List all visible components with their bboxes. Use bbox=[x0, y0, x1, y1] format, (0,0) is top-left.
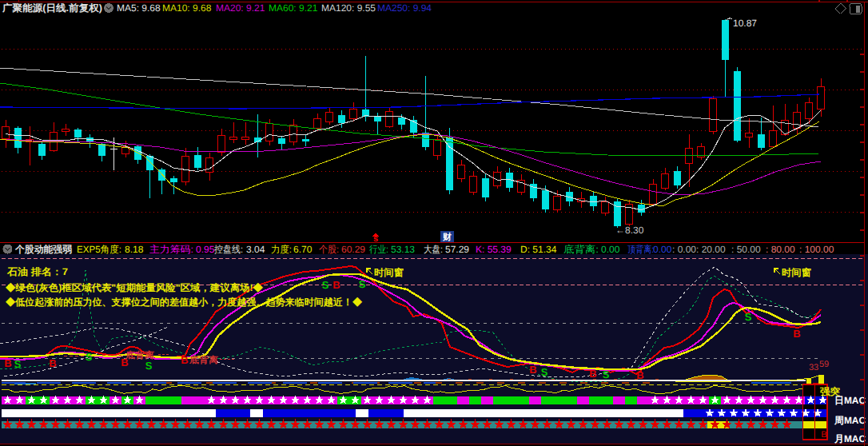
svg-text:大盘:: 大盘: bbox=[424, 244, 443, 255]
svg-text:0.00: 0.00 bbox=[653, 244, 672, 255]
svg-text:←8.30: ←8.30 bbox=[615, 225, 644, 236]
svg-text:: 50.00: : 50.00 bbox=[731, 244, 761, 255]
svg-text:S: S bbox=[603, 368, 610, 380]
svg-text:MA250: 9.94: MA250: 9.94 bbox=[377, 2, 432, 14]
svg-text:控盘线:: 控盘线: bbox=[214, 244, 243, 255]
svg-text:59: 59 bbox=[819, 360, 829, 369]
svg-text:主力筹码:: 主力筹码: bbox=[149, 244, 193, 255]
svg-text:石油 排名：7: 石油 排名：7 bbox=[6, 266, 68, 277]
svg-text:S: S bbox=[145, 360, 153, 372]
svg-text:顶背离:: 顶背离: bbox=[627, 244, 654, 255]
svg-text:B: B bbox=[332, 279, 340, 291]
svg-text:力度:: 力度: bbox=[271, 244, 292, 255]
svg-text:MA60: 9.21: MA60: 9.21 bbox=[269, 2, 318, 14]
svg-text:S: S bbox=[86, 351, 93, 363]
svg-text:: 0.00: : 0.00 bbox=[672, 244, 696, 255]
svg-text:D: 51.34: D: 51.34 bbox=[520, 244, 557, 255]
svg-text:EXP5角度:: EXP5角度: bbox=[77, 244, 121, 255]
svg-text:底背离:: 底背离: bbox=[563, 244, 599, 255]
svg-text:MA20: 9.21: MA20: 9.21 bbox=[216, 2, 265, 14]
svg-text:: 100.00: : 100.00 bbox=[799, 244, 834, 255]
svg-text:月MAC: 月MAC bbox=[834, 433, 866, 444]
svg-text:MA10: 9.68: MA10: 9.68 bbox=[162, 2, 212, 14]
svg-text:个股:: 个股: bbox=[319, 244, 339, 255]
svg-text:底背离: 底背离 bbox=[189, 355, 218, 365]
svg-text:8.18: 8.18 bbox=[125, 244, 144, 255]
svg-text:行业:: 行业: bbox=[369, 244, 388, 255]
svg-text:33: 33 bbox=[809, 363, 818, 372]
svg-text:B: B bbox=[49, 357, 56, 369]
svg-text:广聚能源(日线.前复权): 广聚能源(日线.前复权) bbox=[2, 2, 102, 14]
svg-text:: 20.00: : 20.00 bbox=[696, 244, 726, 255]
svg-text:S: S bbox=[322, 279, 329, 291]
svg-text:3.04: 3.04 bbox=[246, 244, 265, 255]
svg-text:周MAC: 周MAC bbox=[834, 415, 866, 426]
svg-text:底背离: 底背离 bbox=[125, 350, 154, 360]
svg-text:S: S bbox=[745, 311, 752, 323]
svg-text:57.29: 57.29 bbox=[445, 244, 469, 255]
svg-text:MA5: 9.68: MA5: 9.68 bbox=[117, 2, 161, 14]
svg-text:时间窗: 时间窗 bbox=[782, 267, 811, 278]
svg-text:53.13: 53.13 bbox=[391, 244, 415, 255]
svg-text:B: B bbox=[181, 354, 188, 366]
svg-text:10.87: 10.87 bbox=[733, 18, 757, 29]
svg-text:0.00: 0.00 bbox=[601, 244, 620, 255]
svg-text:6.70: 6.70 bbox=[293, 244, 313, 255]
svg-text:B: B bbox=[589, 368, 596, 380]
svg-text:S: S bbox=[359, 278, 366, 290]
svg-text:B: B bbox=[529, 364, 536, 376]
svg-text:◆绿色(灰色)框区域代表"短期能量风险"区域，建议离场!◆: ◆绿色(灰色)框区域代表"短期能量风险"区域，建议离场!◆ bbox=[6, 282, 263, 293]
svg-text:MA120: 9.55: MA120: 9.55 bbox=[321, 2, 376, 14]
svg-text:B: B bbox=[793, 328, 800, 340]
svg-text:B: B bbox=[4, 357, 11, 369]
svg-text:K: 55.39: K: 55.39 bbox=[476, 244, 512, 255]
svg-text:60.29: 60.29 bbox=[341, 244, 365, 255]
svg-text:财: 财 bbox=[442, 232, 452, 242]
svg-text:S: S bbox=[541, 366, 548, 378]
svg-text:◆低位起涨前的压力位、支撑位之间的差值越小，力度越强。趋势来: ◆低位起涨前的压力位、支撑位之间的差值越小，力度越强。趋势来临时间越近！◆ bbox=[6, 297, 362, 308]
svg-text:S: S bbox=[14, 358, 22, 370]
svg-text:: 80.00: : 80.00 bbox=[766, 244, 795, 255]
svg-text:0.95: 0.95 bbox=[196, 244, 215, 255]
svg-text:时间窗: 时间窗 bbox=[374, 267, 404, 278]
svg-text:个股动能强弱: 个股动能强弱 bbox=[14, 244, 72, 255]
svg-text:B: B bbox=[821, 430, 826, 440]
